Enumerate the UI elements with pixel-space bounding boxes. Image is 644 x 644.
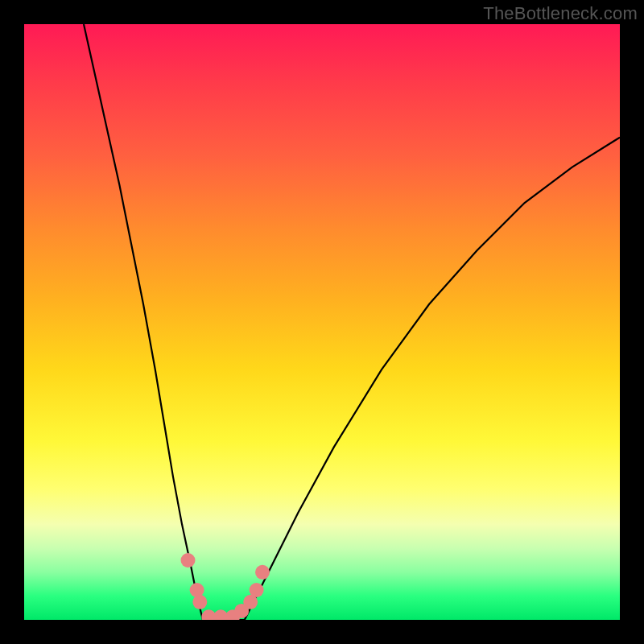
bottleneck-curve [84, 24, 620, 620]
chart-frame: TheBottleneck.com [0, 0, 644, 644]
marker-dot [255, 565, 270, 580]
marker-dots [181, 553, 270, 620]
curve-svg [24, 24, 620, 620]
marker-dot [181, 553, 196, 568]
marker-dot [192, 595, 207, 609]
marker-dot [250, 583, 264, 597]
plot-area [24, 24, 620, 620]
watermark-label: TheBottleneck.com [483, 3, 638, 24]
